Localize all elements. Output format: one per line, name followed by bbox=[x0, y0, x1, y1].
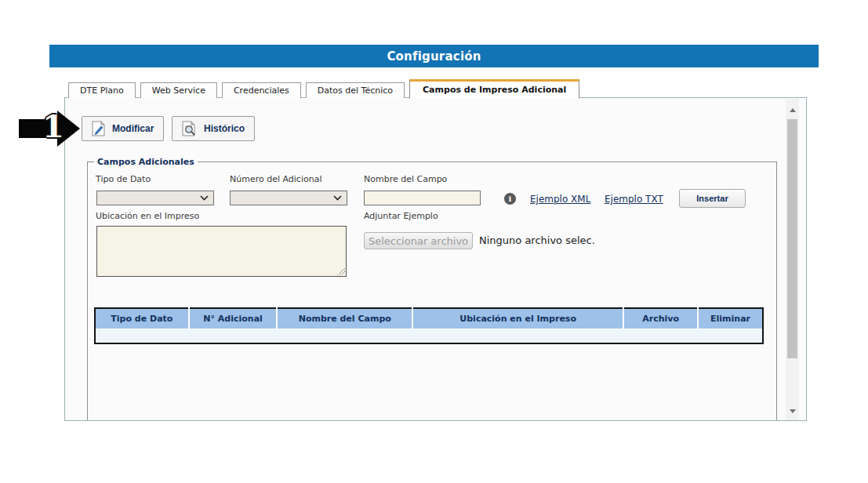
numero-adicional-label: Número del Adicional bbox=[230, 174, 321, 184]
col-header-eliminar[interactable]: Eliminar bbox=[698, 308, 763, 329]
ubicacion-textarea[interactable] bbox=[96, 226, 347, 277]
scroll-up-button[interactable] bbox=[786, 104, 799, 116]
fieldset-legend: Campos Adicionales bbox=[94, 157, 198, 167]
campos-table: Tipo de Dato N° Adicional Nombre del Cam… bbox=[94, 307, 764, 344]
ubicacion-label: Ubicación en el Impreso bbox=[96, 211, 199, 221]
scroll-down-button[interactable] bbox=[786, 405, 799, 417]
table-row bbox=[95, 329, 763, 343]
ejemplo-txt-link[interactable]: Ejemplo TXT bbox=[605, 194, 663, 205]
tab-web-service[interactable]: Web Service bbox=[140, 82, 217, 98]
modify-button[interactable]: Modificar bbox=[82, 116, 164, 141]
tab-dte-plano[interactable]: DTE Plano bbox=[68, 82, 136, 98]
col-header-n-adicional[interactable]: N° Adicional bbox=[189, 308, 278, 329]
search-document-icon bbox=[182, 121, 198, 136]
empty-row bbox=[95, 329, 763, 343]
tab-credenciales[interactable]: Credenciales bbox=[222, 82, 301, 98]
nombre-campo-label: Nombre del Campo bbox=[364, 174, 447, 184]
col-header-archivo[interactable]: Archivo bbox=[623, 308, 698, 329]
chevron-down-icon bbox=[333, 193, 342, 203]
col-header-ubicacion-en-el-impreso[interactable]: Ubicación en el Impreso bbox=[412, 308, 623, 329]
chevron-down-icon bbox=[200, 193, 209, 203]
ejemplo-xml-link[interactable]: Ejemplo XML bbox=[530, 194, 590, 205]
tab-content-panel: Modificar Histórico Campos Adicionales bbox=[64, 97, 807, 421]
page-title: Configuración bbox=[387, 49, 481, 64]
tab-datos-del-tecnico[interactable]: Datos del Técnico bbox=[306, 82, 405, 98]
scrollbar-thumb[interactable] bbox=[787, 119, 797, 358]
page: Configuración DTE Plano Web Service Cred… bbox=[0, 0, 868, 483]
history-button-label: Histórico bbox=[204, 123, 245, 134]
vertical-scrollbar[interactable] bbox=[786, 99, 799, 420]
adjuntar-label: Adjuntar Ejemplo bbox=[364, 211, 438, 221]
title-bar: Configuración bbox=[49, 45, 819, 67]
info-icon[interactable]: i bbox=[504, 193, 516, 205]
edit-document-icon bbox=[92, 121, 106, 136]
nombre-campo-input[interactable] bbox=[364, 191, 481, 205]
insert-button[interactable]: Insertar bbox=[679, 189, 746, 208]
file-status-text: Ninguno archivo selec. bbox=[479, 234, 595, 246]
tab-strip: DTE Plano Web Service Credenciales Datos… bbox=[68, 78, 579, 98]
tab-campos-de-impreso-adicional[interactable]: Campos de Impreso Adicional bbox=[409, 79, 579, 99]
step-annotation-arrow: 1 bbox=[19, 111, 80, 147]
history-button[interactable]: Histórico bbox=[172, 116, 255, 141]
step-number: 1 bbox=[42, 107, 64, 144]
numero-adicional-select[interactable] bbox=[230, 191, 347, 205]
arrow-up-icon bbox=[790, 108, 796, 112]
campos-adicionales-fieldset: Campos Adicionales Tipo de Dato Número d… bbox=[87, 162, 777, 421]
modify-button-label: Modificar bbox=[112, 123, 154, 134]
resize-grip-icon[interactable] bbox=[337, 267, 345, 275]
tipo-de-dato-label: Tipo de Dato bbox=[96, 174, 151, 184]
tipo-de-dato-select[interactable] bbox=[96, 191, 214, 205]
col-header-tipo-de-dato[interactable]: Tipo de Dato bbox=[95, 308, 189, 329]
table-header-row: Tipo de Dato N° Adicional Nombre del Cam… bbox=[95, 308, 763, 329]
arrow-down-icon bbox=[790, 409, 796, 413]
file-select-button[interactable]: Seleccionar archivo bbox=[364, 232, 473, 249]
col-header-nombre-del-campo[interactable]: Nombre del Campo bbox=[277, 308, 412, 329]
